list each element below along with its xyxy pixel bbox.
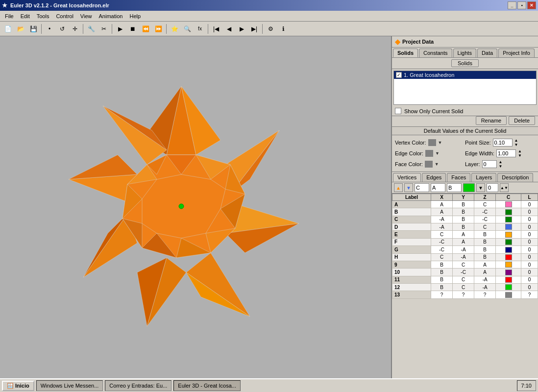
menu-animation[interactable]: Animation bbox=[96, 12, 126, 20]
sub-tab-solids[interactable]: Solids bbox=[451, 59, 479, 67]
table-row[interactable]: 9BCA0 bbox=[392, 261, 538, 268]
col-b-input[interactable] bbox=[447, 183, 462, 192]
delete-button[interactable]: Delete bbox=[509, 116, 535, 125]
menu-file[interactable]: File bbox=[2, 12, 17, 20]
sort-asc-btn[interactable]: ▲ bbox=[394, 183, 403, 192]
cell-c[interactable] bbox=[496, 208, 521, 216]
menu-control[interactable]: Control bbox=[53, 12, 76, 20]
rotate-button[interactable]: ↺ bbox=[56, 24, 68, 34]
tab-solids[interactable]: Solids bbox=[393, 49, 418, 57]
point-size-input[interactable]: 0.10 bbox=[493, 139, 513, 147]
show-only-checkbox[interactable] bbox=[395, 108, 401, 114]
anim2[interactable]: ◀ bbox=[223, 24, 235, 34]
table-row[interactable]: AABC0 bbox=[392, 201, 538, 208]
move-button[interactable]: ✛ bbox=[69, 24, 81, 34]
cell-c[interactable] bbox=[496, 201, 521, 208]
tool4[interactable]: 🔧 bbox=[85, 24, 97, 34]
solid-item-1[interactable]: 1. Great Icosahedron bbox=[394, 71, 536, 79]
tab-faces[interactable]: Faces bbox=[447, 173, 470, 182]
save-button[interactable]: 💾 bbox=[27, 24, 39, 34]
table-row[interactable]: 11BC-A0 bbox=[392, 276, 538, 283]
cell-c[interactable] bbox=[496, 261, 521, 268]
table-row[interactable]: 12BC-A0 bbox=[392, 283, 538, 291]
rename-button[interactable]: Rename bbox=[476, 116, 507, 125]
cell-c[interactable] bbox=[496, 246, 521, 253]
new-button[interactable]: 📄 bbox=[2, 24, 14, 34]
edge-width-input[interactable]: 1.00 bbox=[496, 149, 516, 157]
edge-color-arrow[interactable]: ▼ bbox=[435, 151, 440, 156]
layer-spin[interactable]: ▲▼ bbox=[500, 183, 509, 192]
vertex-color-arrow[interactable]: ▼ bbox=[438, 140, 442, 145]
face-color-box[interactable] bbox=[425, 161, 433, 168]
menu-help[interactable]: Help bbox=[126, 12, 144, 20]
viewport[interactable] bbox=[0, 36, 391, 381]
tool5[interactable]: ✂ bbox=[98, 24, 110, 34]
table-row[interactable]: 10B-CA0 bbox=[392, 269, 538, 276]
tab-vertices[interactable]: Vertices bbox=[393, 173, 421, 182]
table-row[interactable]: G-C-AB0 bbox=[392, 246, 538, 253]
point-size-down[interactable]: ▼ bbox=[514, 143, 518, 147]
layer-down[interactable]: ▼ bbox=[499, 164, 503, 169]
edge-width-up[interactable]: ▲ bbox=[518, 149, 522, 153]
info-button[interactable]: ℹ bbox=[277, 24, 289, 34]
cell-c[interactable] bbox=[496, 276, 521, 283]
cell-c[interactable] bbox=[496, 231, 521, 238]
anim4[interactable]: ▶| bbox=[248, 24, 260, 34]
cell-c[interactable] bbox=[496, 253, 521, 261]
stop-button[interactable]: ⏹ bbox=[127, 24, 139, 34]
cell-c[interactable] bbox=[496, 216, 521, 223]
rewind-button[interactable]: ⏪ bbox=[140, 24, 151, 34]
cell-c[interactable] bbox=[496, 238, 521, 245]
table-row[interactable]: HC-AB0 bbox=[392, 253, 538, 261]
table-row[interactable]: C-AB-C0 bbox=[392, 216, 538, 223]
play-button[interactable]: ▶ bbox=[114, 24, 126, 34]
face-color-arrow[interactable]: ▼ bbox=[435, 162, 439, 167]
cell-c[interactable] bbox=[496, 291, 521, 298]
solids-list[interactable]: 1. Great Icosahedron bbox=[393, 71, 537, 105]
col-a-input[interactable] bbox=[431, 183, 445, 192]
cell-c[interactable] bbox=[496, 223, 521, 231]
start-button[interactable]: 🪟 Inicio bbox=[2, 381, 34, 391]
table-row[interactable]: ECAB0 bbox=[392, 231, 538, 238]
taskbar-item-1[interactable]: Windows Live Messen... bbox=[36, 380, 103, 391]
close-button[interactable]: ✕ bbox=[527, 1, 536, 9]
table-row[interactable]: 13???? bbox=[392, 291, 538, 298]
table-row[interactable]: F-CAB0 bbox=[392, 238, 538, 245]
anim3[interactable]: ▶ bbox=[236, 24, 247, 34]
table-row[interactable]: BAB-C0 bbox=[392, 208, 538, 216]
select-button[interactable]: • bbox=[44, 24, 55, 34]
tab-edges[interactable]: Edges bbox=[422, 173, 446, 182]
open-button[interactable]: 📂 bbox=[15, 24, 26, 34]
menu-tools[interactable]: Tools bbox=[34, 12, 52, 20]
point-size-up[interactable]: ▲ bbox=[514, 138, 518, 143]
data-table-container[interactable]: Label X Y Z C L AABC0BAB-C0C-AB-C0D-ABC0… bbox=[392, 194, 538, 381]
menu-view[interactable]: View bbox=[77, 12, 95, 20]
maximize-button[interactable]: ▪ bbox=[517, 1, 526, 9]
layer-input[interactable]: 0 bbox=[482, 160, 497, 168]
cell-c[interactable] bbox=[496, 269, 521, 276]
table-row[interactable]: D-ABC0 bbox=[392, 223, 538, 231]
color-picker[interactable] bbox=[463, 183, 475, 192]
tab-description[interactable]: Description bbox=[497, 173, 533, 182]
layer-up[interactable]: ▲ bbox=[499, 160, 503, 164]
minimize-button[interactable]: _ bbox=[508, 1, 516, 9]
vertex-color-box[interactable] bbox=[428, 139, 436, 146]
tab-layers[interactable]: Layers bbox=[471, 173, 496, 182]
color-arrow[interactable]: ▼ bbox=[476, 183, 485, 192]
edge-width-down[interactable]: ▼ bbox=[518, 153, 522, 158]
taskbar-item-3[interactable]: Euler 3D - Great Icosa... bbox=[173, 380, 241, 391]
solid-checkbox-1[interactable] bbox=[396, 72, 402, 78]
fx-button[interactable]: fx bbox=[194, 24, 206, 34]
sort-desc-btn[interactable]: ▼ bbox=[404, 183, 413, 192]
settings-button[interactable]: ⚙ bbox=[265, 24, 276, 34]
star-button[interactable]: ⭐ bbox=[169, 24, 180, 34]
filter-button[interactable]: 🔍 bbox=[181, 24, 193, 34]
cell-c[interactable] bbox=[496, 283, 521, 291]
layer-input-2[interactable] bbox=[487, 183, 498, 192]
forward-button[interactable]: ⏩ bbox=[152, 24, 164, 34]
tab-data[interactable]: Data bbox=[477, 49, 497, 57]
taskbar-item-2[interactable]: Correo y Entradas: Eu... bbox=[105, 380, 171, 391]
edge-color-box[interactable] bbox=[425, 150, 433, 157]
col-c-input[interactable] bbox=[415, 183, 429, 192]
tab-project-info[interactable]: Project Info bbox=[498, 49, 535, 57]
